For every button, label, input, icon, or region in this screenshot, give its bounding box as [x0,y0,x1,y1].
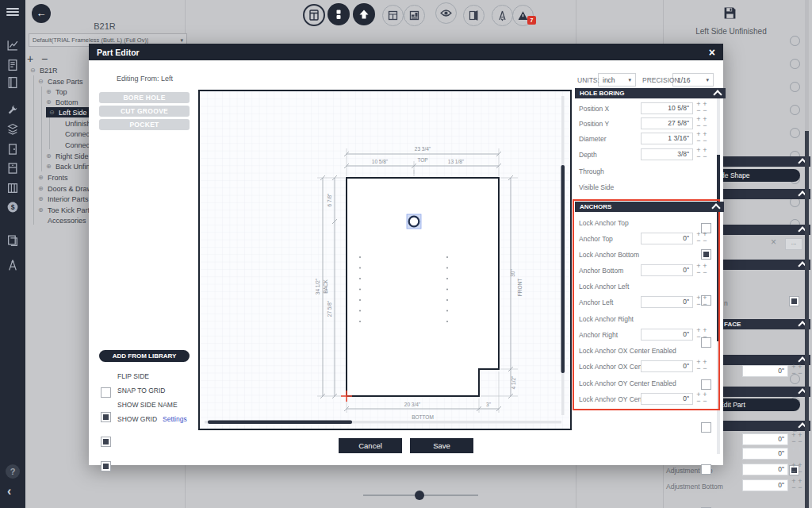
anchor-bottom-input[interactable]: 0" [641,264,693,276]
radio-button[interactable] [790,105,800,115]
position-y-input[interactable]: 27 5/8" [641,117,693,129]
eye-icon[interactable] [435,2,457,24]
canvas-hscroll-thumb[interactable] [208,421,352,425]
value-input[interactable]: 0" [742,365,788,377]
catalog-icon[interactable] [6,76,19,89]
clear-icon[interactable]: × [771,237,776,248]
stepper[interactable]: ++−− [695,117,708,129]
parts-icon[interactable] [6,182,19,194]
tree-remove-button[interactable]: − [41,52,48,65]
show-side-name-checkbox[interactable] [101,437,111,447]
lock-anchor-ox-enabled-checkbox[interactable] [701,464,711,475]
flip-side-checkbox[interactable] [101,387,111,398]
lock-anchor-ox-offset-input[interactable]: 0" [641,360,693,372]
part-drawing-canvas[interactable]: 23 3/4" TOP 10 5/8" 13 1/8" 34 1/2" BACK… [198,90,572,430]
stepper[interactable]: ++−− [695,264,708,276]
menu-icon[interactable] [6,6,19,19]
grid-settings-link[interactable]: Settings [163,415,187,423]
anchor-right-input[interactable]: 0" [641,329,693,341]
stepper[interactable]: ++−− [695,360,708,372]
hole-boring-header[interactable]: HOLE BORING [575,88,726,98]
pull-out-icon[interactable] [353,3,375,25]
stepper[interactable]: ++−− [695,148,708,160]
back-button[interactable]: ← [32,4,51,23]
zoom-slider-thumb[interactable] [415,491,424,500]
save-button[interactable]: Save [410,438,473,453]
cabinet-view-icon[interactable] [303,4,325,26]
tree-item[interactable]: ⊕Top [46,87,67,97]
tools-icon[interactable] [6,103,19,116]
tree-item[interactable]: ⊕Interior Parts [38,194,89,204]
part-drawing[interactable]: 23 3/4" TOP 10 5/8" 13 1/8" 34 1/2" BACK… [200,91,570,429]
drafting-icon[interactable] [6,259,19,271]
cancel-button[interactable]: Cancel [339,438,402,453]
documents-icon[interactable] [6,234,19,247]
lock-anchor-oy-offset-input[interactable]: 0" [641,393,693,405]
cut-groove-button[interactable]: CUT GROOVE [99,106,190,117]
stepper[interactable]: ++−− [791,364,803,377]
stepper[interactable]: ++−− [695,328,708,341]
browse-button[interactable]: ... [785,238,802,250]
units-select[interactable]: inch ▾ [598,73,636,87]
scrollbar-thumb[interactable] [805,131,809,508]
adjustment-top-input[interactable]: 0" [742,464,788,475]
save-icon[interactable] [723,6,737,23]
part-outline[interactable] [347,178,499,396]
expander-icon[interactable]: ⊖ [38,78,45,85]
position-x-input[interactable]: 10 5/8" [641,102,693,114]
layout-icon[interactable] [404,5,425,26]
expander-icon[interactable]: ⊕ [46,163,53,170]
stepper[interactable]: ++−− [791,479,803,491]
checkbox[interactable] [789,296,799,306]
canvas-vscroll-thumb[interactable] [561,165,565,373]
report-icon[interactable] [6,59,19,71]
expander-icon[interactable]: ⊕ [38,206,45,214]
stepper[interactable]: ++−− [695,132,708,144]
close-icon[interactable]: × [709,46,715,59]
window-icon[interactable] [382,5,404,26]
expander-icon[interactable]: ⊕ [38,174,45,181]
cabinet-icon[interactable] [6,162,19,175]
bore-hole-button[interactable]: BORE HOLE [99,92,190,103]
stepper[interactable]: ++−− [695,392,708,405]
anchor-top-input[interactable]: 0" [641,233,693,244]
expander-icon[interactable]: ⊖ [49,109,56,116]
radio-button[interactable] [790,59,800,69]
design-icon[interactable] [6,39,19,52]
hinge-icon[interactable] [327,3,350,25]
pocket-button[interactable]: POCKET [99,119,190,130]
expander-icon[interactable]: ⊕ [46,98,53,106]
value-input[interactable]: 0" [742,433,788,445]
stepper[interactable]: ++−− [695,232,708,244]
drafting-compass-icon[interactable] [492,5,513,26]
expander-icon[interactable]: ⊕ [38,195,45,202]
selected-bore-hole[interactable] [407,214,421,229]
expander-icon[interactable]: ⊕ [46,152,53,160]
pricing-icon[interactable]: $ [6,201,19,214]
show-grid-checkbox[interactable] [101,461,111,471]
radio-button[interactable] [790,82,800,92]
tree-item[interactable]: ⊖B21R [30,65,58,75]
expander-icon[interactable]: ⊕ [46,88,53,95]
expander-icon[interactable]: ⊕ [38,185,45,192]
tree-item[interactable]: Accessories [38,215,86,225]
value-input[interactable]: 0" [742,448,788,460]
anchors-header[interactable]: ANCHORS [575,202,724,212]
tree-item[interactable]: ⊕Fronts [38,172,68,183]
stepper[interactable]: ++−− [695,295,708,308]
stepper[interactable]: ++−− [791,433,803,445]
stepper[interactable]: ++−− [791,463,803,475]
lock-anchor-right-checkbox[interactable] [701,422,711,433]
tree-item[interactable]: ⊕Bottom [46,97,79,107]
radio-button[interactable] [790,36,800,46]
add-from-library-button[interactable]: ADD FROM LIBRARY [99,350,190,362]
materials-icon[interactable] [6,123,19,136]
radio-button[interactable] [790,128,800,138]
snap-to-grid-checkbox[interactable] [101,412,111,422]
open-door-icon[interactable] [463,5,485,26]
diameter-input[interactable]: 1 3/16" [641,133,693,144]
help-icon[interactable]: ? [6,464,20,479]
tree-item[interactable]: ⊖Case Parts [38,76,83,87]
anchor-left-input[interactable]: 0" [641,296,693,308]
stepper[interactable]: ++−− [695,102,708,114]
